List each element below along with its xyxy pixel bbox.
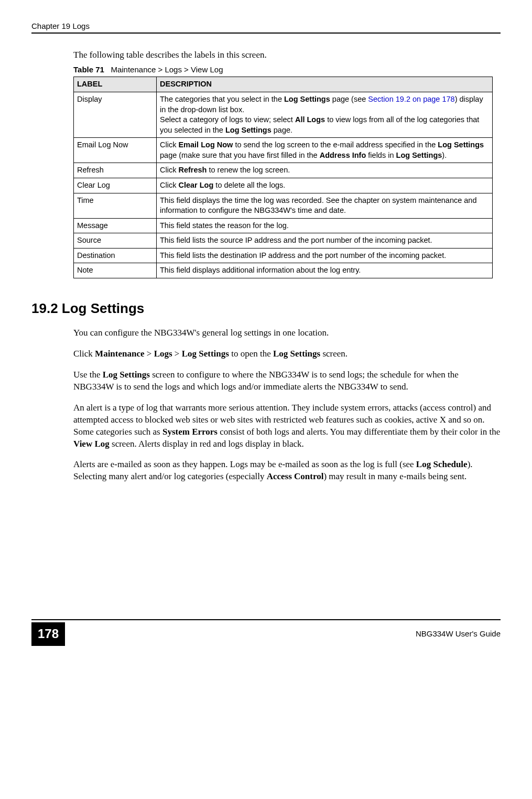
cell-desc: Click Email Log Now to send the log scre… <box>157 138 493 163</box>
cell-desc: This field lists the destination IP addr… <box>157 248 493 263</box>
table-row: Clear Log Click Clear Log to delete all … <box>74 178 493 193</box>
cell-label: Destination <box>74 248 157 263</box>
body-paragraph: Use the Log Settings screen to configure… <box>73 369 501 393</box>
cell-desc: This field states the reason for the log… <box>157 218 493 233</box>
cell-desc: This field displays the time the log was… <box>157 193 493 218</box>
page-footer: 178 NBG334W User's Guide <box>31 619 501 645</box>
cell-desc: Click Clear Log to delete all the logs. <box>157 178 493 193</box>
table-row: Destination This field lists the destina… <box>74 248 493 263</box>
cell-desc: This field lists the source IP address a… <box>157 233 493 249</box>
cell-label: Source <box>74 233 157 249</box>
cell-label: Clear Log <box>74 178 157 193</box>
intro-text: The following table describes the labels… <box>73 49 501 61</box>
body-paragraph: Click Maintenance > Logs > Log Settings … <box>73 348 501 360</box>
body-paragraph: You can configure the NBG334W's general … <box>73 327 501 339</box>
labels-table: LABEL DESCRIPTION Display The categories… <box>73 77 493 278</box>
body-paragraph: Alerts are e-mailed as soon as they happ… <box>73 459 501 483</box>
cell-label: Email Log Now <box>74 138 157 163</box>
table-row: Email Log Now Click Email Log Now to sen… <box>74 138 493 163</box>
table-caption: Table 71 Maintenance > Logs > View Log <box>73 64 501 75</box>
table-row: Refresh Click Refresh to renew the log s… <box>74 163 493 178</box>
cell-desc: Click Refresh to renew the log screen. <box>157 163 493 178</box>
cell-label: Message <box>74 218 157 233</box>
cell-label: Refresh <box>74 163 157 178</box>
col-desc: DESCRIPTION <box>157 77 493 92</box>
col-label: LABEL <box>74 77 157 92</box>
guide-name: NBG334W User's Guide <box>416 629 501 639</box>
table-row: Source This field lists the source IP ad… <box>74 233 493 249</box>
cell-label: Display <box>74 92 157 138</box>
table-row: Message This field states the reason for… <box>74 218 493 233</box>
body-paragraph: An alert is a type of log that warrants … <box>73 402 501 450</box>
section-heading: 19.2 Log Settings <box>31 299 501 318</box>
page-header: Chapter 19 Logs <box>31 21 501 34</box>
table-row: Note This field displays additional info… <box>74 263 493 278</box>
table-number: Table 71 <box>73 65 104 74</box>
table-row: Display The categories that you select i… <box>74 92 493 138</box>
cell-desc: The categories that you select in the Lo… <box>157 92 493 138</box>
cross-ref-link[interactable]: Section 19.2 on page 178 <box>368 95 454 103</box>
cell-desc: This field displays additional informati… <box>157 263 493 278</box>
table-header-row: LABEL DESCRIPTION <box>74 77 493 92</box>
cell-label: Time <box>74 193 157 218</box>
table-row: Time This field displays the time the lo… <box>74 193 493 218</box>
cell-label: Note <box>74 263 157 278</box>
chapter-label: Chapter 19 Logs <box>31 21 90 31</box>
table-caption-text: Maintenance > Logs > View Log <box>111 65 223 74</box>
page-number: 178 <box>31 622 65 645</box>
